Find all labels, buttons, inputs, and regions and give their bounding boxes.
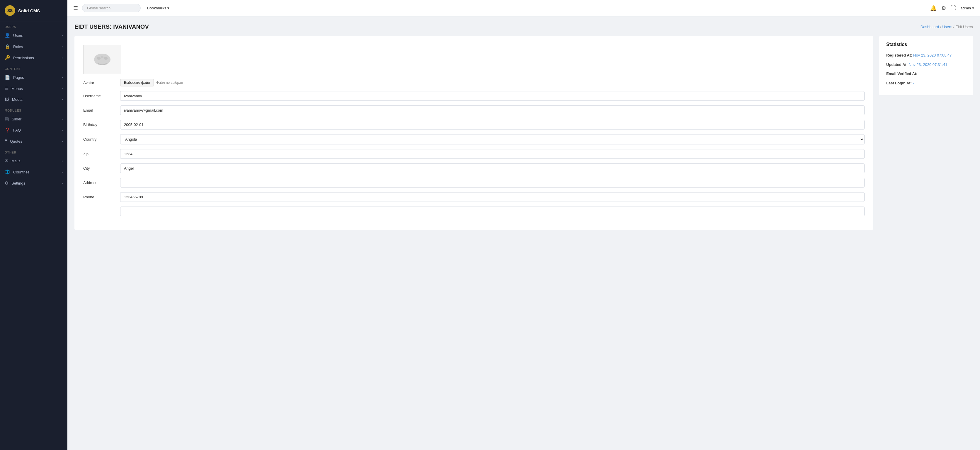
- chevron-menus-icon: ›: [62, 87, 63, 90]
- avatar-row: Avatar Выберите файл Файл не выбран: [83, 79, 864, 86]
- sidebar-section-label: OTHER: [0, 147, 67, 155]
- address-label: Address: [83, 180, 116, 185]
- topbar-right: 🔔 ⚙ ⛶ admin ▾: [930, 5, 974, 11]
- extra-row: [83, 207, 864, 216]
- breadcrumb-current: Eidt Users: [955, 25, 973, 29]
- email-label: Email: [83, 108, 116, 113]
- sidebar-item-users[interactable]: 👤 Users ›: [0, 30, 67, 41]
- admin-chevron-icon: ▾: [972, 6, 974, 10]
- chevron-faq-icon: ›: [62, 129, 63, 132]
- mails-icon: ✉: [5, 158, 8, 164]
- last-login-label: Last Login At:: [886, 81, 912, 85]
- registered-at-value: Nov 23, 2020 07:08:47: [913, 53, 952, 57]
- sidebar-label-roles: Roles: [13, 45, 23, 49]
- topbar: ☰ Global search Bookmarks ▾ 🔔 ⚙ ⛶ admin …: [67, 0, 980, 16]
- email-verified-value: -: [918, 72, 920, 76]
- sidebar-item-settings[interactable]: ⚙ Settings ›: [0, 178, 67, 189]
- svg-point-3: [101, 56, 103, 58]
- stats-card: Statistics Registered At: Nov 23, 2020 0…: [879, 36, 973, 95]
- sidebar-label-media: Media: [12, 97, 22, 102]
- global-search[interactable]: Global search: [82, 4, 141, 12]
- chevron-media-icon: ›: [62, 98, 63, 101]
- email-verified-row: Email Verified At: -: [886, 71, 966, 77]
- page-header: EIDT USERS: IVANIVANOV Dashboard / Users…: [75, 24, 973, 30]
- chevron-permissions-icon: ›: [62, 56, 63, 59]
- bookmarks-chevron-icon: ▾: [167, 6, 169, 10]
- last-login-value: -: [913, 81, 914, 85]
- file-choose-button[interactable]: Выберите файл: [120, 79, 154, 86]
- app-name: Solid CMS: [18, 8, 40, 13]
- sidebar-item-media[interactable]: 🖼 Media ›: [0, 94, 67, 105]
- sidebar-item-mails[interactable]: ✉ Mails ›: [0, 155, 67, 166]
- breadcrumb-users[interactable]: Users: [942, 25, 952, 29]
- sidebar-item-pages[interactable]: 📄 Pages ›: [0, 72, 67, 83]
- extra-input[interactable]: [120, 207, 864, 216]
- chevron-pages-icon: ›: [62, 76, 63, 79]
- faq-icon: ❓: [5, 127, 10, 133]
- username-input[interactable]: [120, 91, 864, 101]
- quotes-icon: ❝: [5, 138, 7, 144]
- admin-menu[interactable]: admin ▾: [961, 6, 974, 10]
- chevron-countries-icon: ›: [62, 170, 63, 174]
- fullscreen-icon[interactable]: ⛶: [951, 5, 956, 11]
- birthday-input[interactable]: [120, 120, 864, 129]
- sidebar-section-label: MODULES: [0, 105, 67, 113]
- country-select[interactable]: AngolaAlbaniaAlgeriaArgentinaAustraliaAu…: [120, 134, 864, 145]
- stats-title: Statistics: [886, 42, 966, 47]
- sidebar-label-settings: Settings: [11, 181, 25, 186]
- country-row: Country AngolaAlbaniaAlgeriaArgentinaAus…: [83, 134, 864, 145]
- chevron-users-icon: ›: [62, 34, 63, 37]
- email-input[interactable]: [120, 105, 864, 115]
- sidebar-label-menus: Menus: [11, 86, 23, 91]
- zip-row: Zip: [83, 149, 864, 159]
- sidebar-item-slider[interactable]: ▤ Slider ›: [0, 113, 67, 124]
- updated-at-label: Updated At:: [886, 62, 908, 67]
- page-title: EIDT USERS: IVANIVANOV: [75, 24, 149, 30]
- sidebar-item-menus[interactable]: ☰ Menus ›: [0, 83, 67, 94]
- svg-point-0: [94, 54, 110, 65]
- sidebar-label-pages: Pages: [13, 75, 24, 80]
- breadcrumb-dashboard[interactable]: Dashboard: [921, 25, 939, 29]
- phone-row: Phone: [83, 192, 864, 202]
- email-row: Email: [83, 105, 864, 115]
- username-row: Username: [83, 91, 864, 101]
- sidebar-item-countries[interactable]: 🌐 Countries ›: [0, 166, 67, 178]
- hamburger-icon[interactable]: ☰: [73, 5, 78, 11]
- country-label: Country: [83, 137, 116, 142]
- phone-input[interactable]: [120, 192, 864, 202]
- address-row: Address: [83, 178, 864, 188]
- form-card: Avatar Выберите файл Файл не выбран User…: [75, 36, 873, 230]
- address-input[interactable]: [120, 178, 864, 188]
- chevron-slider-icon: ›: [62, 118, 63, 121]
- roles-icon: 🔒: [5, 44, 10, 49]
- file-input-row: Выберите файл Файл не выбран: [120, 79, 183, 86]
- zip-input[interactable]: [120, 149, 864, 159]
- sidebar-label-mails: Mails: [11, 159, 20, 163]
- users-icon: 👤: [5, 33, 10, 38]
- city-row: City: [83, 164, 864, 173]
- zip-label: Zip: [83, 152, 116, 156]
- slider-icon: ▤: [5, 116, 9, 122]
- svg-point-2: [104, 57, 108, 60]
- birthday-row: Birthday: [83, 120, 864, 129]
- chevron-roles-icon: ›: [62, 45, 63, 48]
- city-input[interactable]: [120, 164, 864, 173]
- pages-icon: 📄: [5, 75, 10, 80]
- bookmarks-button[interactable]: Bookmarks ▾: [145, 4, 172, 12]
- sidebar-item-roles[interactable]: 🔒 Roles ›: [0, 41, 67, 52]
- settings-icon[interactable]: ⚙: [941, 5, 946, 11]
- last-login-row: Last Login At: -: [886, 80, 966, 86]
- sidebar-item-quotes[interactable]: ❝ Quotes ›: [0, 136, 67, 147]
- sidebar-item-faq[interactable]: ❓ FAQ ›: [0, 124, 67, 136]
- city-label: City: [83, 166, 116, 170]
- username-label: Username: [83, 94, 116, 98]
- sidebar-label-quotes: Quotes: [10, 139, 22, 143]
- sidebar-logo: SS Solid CMS: [0, 0, 67, 21]
- registered-at-row: Registered At: Nov 23, 2020 07:08:47: [886, 52, 966, 58]
- notifications-icon[interactable]: 🔔: [930, 5, 937, 11]
- sidebar-item-permissions[interactable]: 🔑 Permissions ›: [0, 52, 67, 63]
- updated-at-row: Updated At: Nov 23, 2020 07:31:41: [886, 62, 966, 68]
- logo-icon: SS: [5, 5, 15, 16]
- countries-icon: 🌐: [5, 169, 10, 175]
- birthday-label: Birthday: [83, 122, 116, 127]
